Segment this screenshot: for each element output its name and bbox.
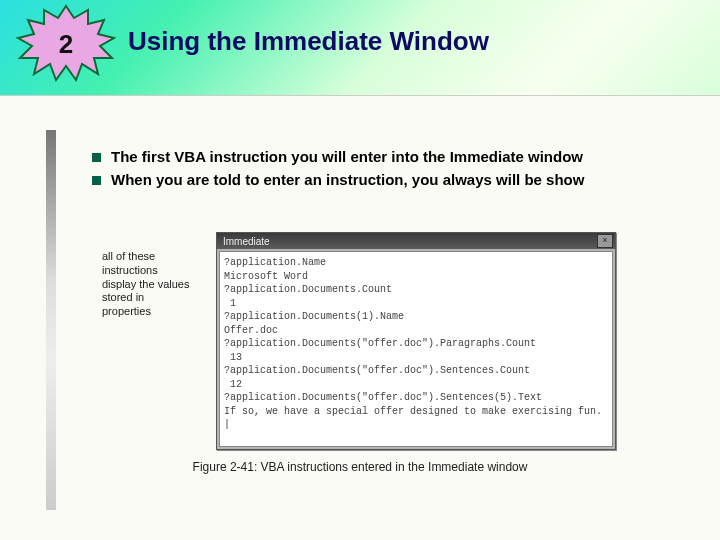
- immediate-window-code: ?application.Name Microsoft Word ?applic…: [219, 251, 613, 447]
- bullet-square-icon: [92, 153, 101, 162]
- figure-row: all of these instructions display the va…: [102, 232, 622, 450]
- slide-title: Using the Immediate Window: [128, 26, 489, 57]
- immediate-window-titlebar: Immediate ×: [217, 233, 615, 249]
- bullet-text: When you are told to enter an instructio…: [111, 171, 584, 188]
- figure-caption: Figure 2-41: VBA instructions entered in…: [102, 460, 618, 474]
- bullet-list: The first VBA instruction you will enter…: [92, 148, 720, 194]
- bullet-square-icon: [92, 176, 101, 185]
- close-icon: ×: [597, 234, 613, 248]
- slide-number-badge: 2: [16, 4, 116, 84]
- immediate-window-title: Immediate: [223, 236, 270, 247]
- list-item: When you are told to enter an instructio…: [92, 171, 720, 188]
- figure: all of these instructions display the va…: [102, 232, 622, 474]
- bullet-text: The first VBA instruction you will enter…: [111, 148, 583, 165]
- slide-number: 2: [16, 4, 116, 90]
- decorative-vertical-bar: [46, 130, 56, 510]
- slide: 2 Using the Immediate Window The first V…: [0, 0, 720, 540]
- list-item: The first VBA instruction you will enter…: [92, 148, 720, 165]
- figure-callout: all of these instructions display the va…: [102, 232, 192, 319]
- immediate-window: Immediate × ?application.Name Microsoft …: [216, 232, 616, 450]
